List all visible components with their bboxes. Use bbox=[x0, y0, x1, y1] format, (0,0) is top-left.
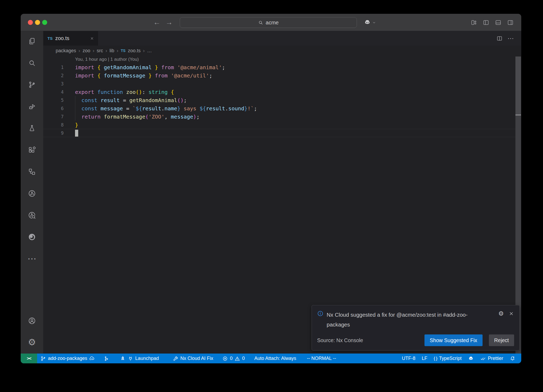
remote-indicator[interactable]: >< bbox=[21, 354, 37, 363]
graph-icon bbox=[103, 356, 109, 361]
status-vim-mode[interactable]: -- NORMAL -- bbox=[304, 354, 339, 363]
code-text: import { formatMessage } from '@acme/uti… bbox=[75, 72, 212, 79]
code-line[interactable]: 4export function zoo(): string { bbox=[43, 88, 521, 96]
status-nx-cloud-ai-fix[interactable]: Nx Cloud AI Fix bbox=[169, 354, 216, 363]
command-center-search[interactable]: acme bbox=[180, 17, 357, 28]
code-line[interactable]: 6 const message = `${result.name} says $… bbox=[43, 104, 521, 112]
braces-icon: { } bbox=[434, 356, 437, 361]
show-suggested-fix-button[interactable]: Show Suggested Fix bbox=[424, 334, 483, 346]
search-icon bbox=[28, 59, 36, 67]
code-line[interactable]: 5 const result = getRandomAnimal(); bbox=[43, 96, 521, 104]
activity-custom-view[interactable] bbox=[26, 165, 38, 178]
status-branch[interactable]: add-zoo-packages bbox=[37, 354, 98, 363]
breadcrumb-more[interactable]: … bbox=[147, 48, 152, 54]
tab-label: zoo.ts bbox=[55, 35, 69, 41]
code-line[interactable]: 7 return formatMessage('ZOO', message); bbox=[43, 112, 521, 121]
breadcrumb-item[interactable]: lib bbox=[110, 48, 114, 54]
minimize-window-button[interactable] bbox=[35, 20, 40, 25]
line-number: 3 bbox=[43, 81, 64, 86]
navigate-back-button[interactable]: ← bbox=[153, 14, 160, 31]
extensions-icon bbox=[28, 146, 36, 154]
warning-icon bbox=[234, 356, 240, 361]
status-formatter[interactable]: Prettier bbox=[477, 354, 506, 363]
breadcrumb-file[interactable]: zoo.ts bbox=[128, 48, 141, 54]
search-value: acme bbox=[266, 20, 279, 26]
code-text: const result = getRandomAnimal(); bbox=[75, 97, 187, 103]
reject-button[interactable]: Reject bbox=[489, 334, 514, 346]
more-actions-icon[interactable]: ⋯ bbox=[507, 35, 514, 42]
toggle-secondary-sidebar-icon[interactable] bbox=[507, 19, 514, 26]
status-label: LF bbox=[422, 356, 427, 361]
customize-layout-icon[interactable] bbox=[470, 19, 477, 26]
activity-search[interactable] bbox=[26, 56, 38, 69]
status-notifications-bell[interactable] bbox=[506, 354, 519, 363]
git-branch-icon bbox=[28, 81, 36, 89]
beaker-icon bbox=[28, 124, 36, 132]
plug-icon bbox=[128, 356, 133, 361]
breadcrumb-item[interactable]: packages bbox=[56, 48, 76, 54]
breadcrumb-separator: › bbox=[93, 48, 94, 54]
traffic-lights bbox=[28, 14, 47, 31]
activity-source-control[interactable] bbox=[26, 78, 38, 91]
activity-explorer[interactable] bbox=[26, 35, 38, 47]
activity-nx-cloud[interactable] bbox=[26, 209, 38, 221]
code-line[interactable]: 2import { formatMessage } from '@acme/ut… bbox=[43, 71, 521, 80]
desktop: ← → acme TS zoo.ts ⋯ pa bbox=[0, 0, 543, 392]
status-label: Launchpad bbox=[135, 356, 159, 361]
code-text: const message = `${result.name} says ${r… bbox=[75, 105, 257, 112]
toggle-panel-icon[interactable] bbox=[495, 19, 502, 26]
status-encoding[interactable]: UTF-8 bbox=[399, 354, 419, 363]
navigate-forward-button[interactable]: → bbox=[165, 14, 173, 31]
git-blame-annotation: You, 1 hour ago | 1 author (You) bbox=[43, 56, 521, 63]
code-text: return formatMessage('ZOO', message); bbox=[75, 114, 200, 120]
status-source-control-graph[interactable] bbox=[100, 354, 112, 363]
edge-icon bbox=[28, 233, 36, 241]
activity-accounts[interactable] bbox=[26, 314, 38, 327]
status-problems[interactable]: 00 bbox=[219, 354, 248, 363]
status-eol[interactable]: LF bbox=[419, 354, 431, 363]
typescript-file-icon: TS bbox=[121, 49, 125, 53]
scrollbar-thumb[interactable] bbox=[515, 56, 521, 115]
bell-dot-icon bbox=[510, 356, 515, 361]
activity-settings[interactable]: ⚙ bbox=[26, 336, 38, 349]
notification-close-icon[interactable] bbox=[509, 311, 514, 316]
breadcrumb: packages›zoo›src›lib›TSzoo.ts›… bbox=[43, 46, 513, 56]
wrench-icon bbox=[173, 356, 178, 361]
status-label: -- NORMAL -- bbox=[307, 356, 336, 361]
line-number: 9 bbox=[43, 130, 64, 136]
tab-zoo-ts[interactable]: TS zoo.ts bbox=[43, 31, 99, 46]
info-icon bbox=[317, 310, 323, 317]
code-line[interactable]: 9 bbox=[43, 129, 521, 137]
cloud-upload-icon bbox=[89, 356, 95, 361]
close-tab-icon[interactable] bbox=[90, 36, 94, 41]
line-number: 2 bbox=[43, 73, 64, 78]
status-label: TypeScript bbox=[439, 356, 462, 361]
activity-run-and-debug[interactable] bbox=[26, 100, 38, 113]
activity-nx-console[interactable] bbox=[26, 187, 38, 200]
activity-edge-browser[interactable] bbox=[26, 230, 38, 243]
maximize-window-button[interactable] bbox=[42, 20, 47, 25]
activity-extensions[interactable] bbox=[26, 143, 38, 156]
breadcrumb-item[interactable]: zoo bbox=[82, 48, 90, 54]
notification-settings-gear-icon[interactable]: ⚙ bbox=[498, 311, 504, 317]
breadcrumb-item[interactable]: src bbox=[97, 48, 103, 54]
status-label: 0 bbox=[242, 356, 245, 361]
status-auto-attach[interactable]: Auto Attach: Always bbox=[251, 354, 299, 363]
toggle-primary-sidebar-icon[interactable] bbox=[483, 19, 489, 26]
close-window-button[interactable] bbox=[28, 20, 33, 25]
double-check-icon bbox=[480, 356, 486, 361]
code-line[interactable]: 1import { getRandomAnimal } from '@acme/… bbox=[43, 63, 521, 71]
copilot-menu[interactable] bbox=[364, 14, 376, 31]
title-bar[interactable]: ← → acme bbox=[21, 14, 521, 31]
code-line[interactable]: 8} bbox=[43, 121, 521, 129]
activity-testing[interactable] bbox=[26, 122, 38, 134]
status-language[interactable]: { }TypeScript bbox=[431, 354, 465, 363]
code-line[interactable]: 3 bbox=[43, 80, 521, 88]
activity-more-views[interactable]: ⋯ bbox=[26, 252, 38, 265]
status-label: 0 bbox=[230, 356, 233, 361]
status-launchpad[interactable]: Launchpad bbox=[117, 354, 162, 363]
line-number: 7 bbox=[43, 114, 64, 119]
split-editor-icon[interactable] bbox=[496, 35, 503, 42]
rocket-icon bbox=[120, 356, 126, 361]
status-copilot[interactable] bbox=[465, 354, 477, 363]
